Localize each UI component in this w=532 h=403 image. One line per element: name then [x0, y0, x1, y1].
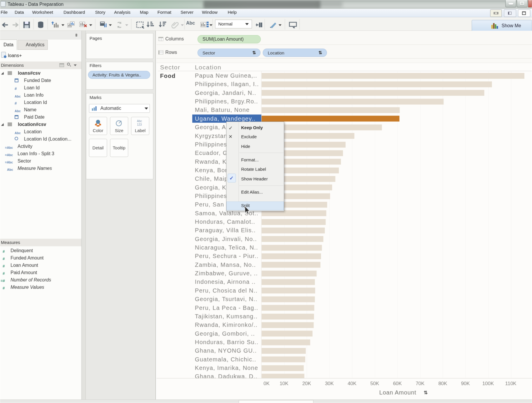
- svg-text:Abc: Abc: [137, 119, 142, 123]
- svg-text:123: 123: [137, 123, 142, 126]
